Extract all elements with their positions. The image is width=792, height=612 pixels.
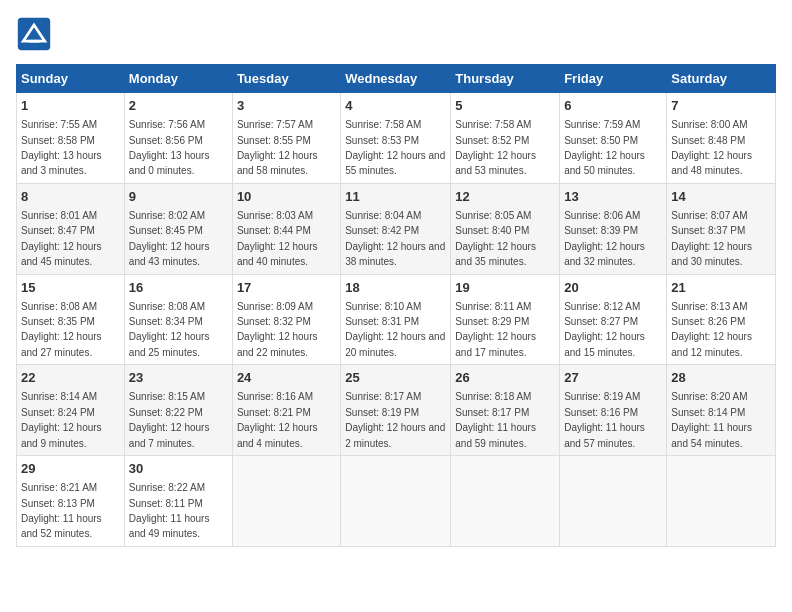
day-info: Sunrise: 8:11 AMSunset: 8:29 PMDaylight:…: [455, 301, 536, 358]
day-number: 20: [564, 279, 662, 297]
day-info: Sunrise: 8:19 AMSunset: 8:16 PMDaylight:…: [564, 391, 645, 448]
calendar-day-cell: 12 Sunrise: 8:05 AMSunset: 8:40 PMDaylig…: [451, 183, 560, 274]
day-number: 3: [237, 97, 336, 115]
day-number: 16: [129, 279, 228, 297]
day-number: 7: [671, 97, 771, 115]
day-info: Sunrise: 8:09 AMSunset: 8:32 PMDaylight:…: [237, 301, 318, 358]
header-friday: Friday: [560, 65, 667, 93]
day-info: Sunrise: 8:21 AMSunset: 8:13 PMDaylight:…: [21, 482, 102, 539]
calendar-day-cell: 8 Sunrise: 8:01 AMSunset: 8:47 PMDayligh…: [17, 183, 125, 274]
calendar-day-cell: 29 Sunrise: 8:21 AMSunset: 8:13 PMDaylig…: [17, 456, 125, 547]
calendar-day-cell: 13 Sunrise: 8:06 AMSunset: 8:39 PMDaylig…: [560, 183, 667, 274]
day-number: 21: [671, 279, 771, 297]
day-info: Sunrise: 8:01 AMSunset: 8:47 PMDaylight:…: [21, 210, 102, 267]
calendar-week-row: 1 Sunrise: 7:55 AMSunset: 8:58 PMDayligh…: [17, 93, 776, 184]
calendar-day-cell: 19 Sunrise: 8:11 AMSunset: 8:29 PMDaylig…: [451, 274, 560, 365]
calendar-day-cell: 11 Sunrise: 8:04 AMSunset: 8:42 PMDaylig…: [341, 183, 451, 274]
logo-icon: [16, 16, 52, 52]
header-tuesday: Tuesday: [232, 65, 340, 93]
day-number: 15: [21, 279, 120, 297]
calendar-day-cell: [560, 456, 667, 547]
calendar-day-cell: 1 Sunrise: 7:55 AMSunset: 8:58 PMDayligh…: [17, 93, 125, 184]
day-info: Sunrise: 8:20 AMSunset: 8:14 PMDaylight:…: [671, 391, 752, 448]
header-thursday: Thursday: [451, 65, 560, 93]
calendar-day-cell: [451, 456, 560, 547]
calendar-week-row: 15 Sunrise: 8:08 AMSunset: 8:35 PMDaylig…: [17, 274, 776, 365]
calendar-day-cell: 30 Sunrise: 8:22 AMSunset: 8:11 PMDaylig…: [124, 456, 232, 547]
day-number: 4: [345, 97, 446, 115]
day-info: Sunrise: 8:06 AMSunset: 8:39 PMDaylight:…: [564, 210, 645, 267]
calendar-day-cell: 15 Sunrise: 8:08 AMSunset: 8:35 PMDaylig…: [17, 274, 125, 365]
day-number: 26: [455, 369, 555, 387]
calendar-day-cell: 3 Sunrise: 7:57 AMSunset: 8:55 PMDayligh…: [232, 93, 340, 184]
calendar-day-cell: 22 Sunrise: 8:14 AMSunset: 8:24 PMDaylig…: [17, 365, 125, 456]
header-saturday: Saturday: [667, 65, 776, 93]
calendar-day-cell: 7 Sunrise: 8:00 AMSunset: 8:48 PMDayligh…: [667, 93, 776, 184]
day-info: Sunrise: 8:22 AMSunset: 8:11 PMDaylight:…: [129, 482, 210, 539]
day-number: 24: [237, 369, 336, 387]
calendar-day-cell: 2 Sunrise: 7:56 AMSunset: 8:56 PMDayligh…: [124, 93, 232, 184]
day-info: Sunrise: 8:07 AMSunset: 8:37 PMDaylight:…: [671, 210, 752, 267]
calendar-day-cell: 5 Sunrise: 7:58 AMSunset: 8:52 PMDayligh…: [451, 93, 560, 184]
calendar-week-row: 29 Sunrise: 8:21 AMSunset: 8:13 PMDaylig…: [17, 456, 776, 547]
day-info: Sunrise: 7:58 AMSunset: 8:53 PMDaylight:…: [345, 119, 445, 176]
day-number: 13: [564, 188, 662, 206]
day-number: 2: [129, 97, 228, 115]
calendar-table: Sunday Monday Tuesday Wednesday Thursday…: [16, 64, 776, 547]
day-number: 22: [21, 369, 120, 387]
calendar-day-cell: [667, 456, 776, 547]
day-info: Sunrise: 8:12 AMSunset: 8:27 PMDaylight:…: [564, 301, 645, 358]
day-number: 5: [455, 97, 555, 115]
day-number: 9: [129, 188, 228, 206]
day-number: 10: [237, 188, 336, 206]
day-number: 29: [21, 460, 120, 478]
header-wednesday: Wednesday: [341, 65, 451, 93]
day-info: Sunrise: 7:59 AMSunset: 8:50 PMDaylight:…: [564, 119, 645, 176]
day-info: Sunrise: 8:10 AMSunset: 8:31 PMDaylight:…: [345, 301, 445, 358]
day-number: 27: [564, 369, 662, 387]
day-number: 19: [455, 279, 555, 297]
day-info: Sunrise: 8:05 AMSunset: 8:40 PMDaylight:…: [455, 210, 536, 267]
day-info: Sunrise: 8:08 AMSunset: 8:35 PMDaylight:…: [21, 301, 102, 358]
day-info: Sunrise: 8:17 AMSunset: 8:19 PMDaylight:…: [345, 391, 445, 448]
calendar-week-row: 22 Sunrise: 8:14 AMSunset: 8:24 PMDaylig…: [17, 365, 776, 456]
day-number: 25: [345, 369, 446, 387]
day-number: 18: [345, 279, 446, 297]
day-info: Sunrise: 8:00 AMSunset: 8:48 PMDaylight:…: [671, 119, 752, 176]
day-info: Sunrise: 8:15 AMSunset: 8:22 PMDaylight:…: [129, 391, 210, 448]
day-number: 12: [455, 188, 555, 206]
calendar-day-cell: 10 Sunrise: 8:03 AMSunset: 8:44 PMDaylig…: [232, 183, 340, 274]
calendar-day-cell: 9 Sunrise: 8:02 AMSunset: 8:45 PMDayligh…: [124, 183, 232, 274]
calendar-day-cell: 24 Sunrise: 8:16 AMSunset: 8:21 PMDaylig…: [232, 365, 340, 456]
day-info: Sunrise: 8:13 AMSunset: 8:26 PMDaylight:…: [671, 301, 752, 358]
calendar-week-row: 8 Sunrise: 8:01 AMSunset: 8:47 PMDayligh…: [17, 183, 776, 274]
calendar-day-cell: 20 Sunrise: 8:12 AMSunset: 8:27 PMDaylig…: [560, 274, 667, 365]
calendar-day-cell: 23 Sunrise: 8:15 AMSunset: 8:22 PMDaylig…: [124, 365, 232, 456]
day-info: Sunrise: 7:55 AMSunset: 8:58 PMDaylight:…: [21, 119, 102, 176]
day-number: 17: [237, 279, 336, 297]
day-info: Sunrise: 8:14 AMSunset: 8:24 PMDaylight:…: [21, 391, 102, 448]
day-number: 8: [21, 188, 120, 206]
day-info: Sunrise: 7:58 AMSunset: 8:52 PMDaylight:…: [455, 119, 536, 176]
calendar-day-cell: 16 Sunrise: 8:08 AMSunset: 8:34 PMDaylig…: [124, 274, 232, 365]
calendar-day-cell: 27 Sunrise: 8:19 AMSunset: 8:16 PMDaylig…: [560, 365, 667, 456]
calendar-day-cell: 4 Sunrise: 7:58 AMSunset: 8:53 PMDayligh…: [341, 93, 451, 184]
calendar-day-cell: 6 Sunrise: 7:59 AMSunset: 8:50 PMDayligh…: [560, 93, 667, 184]
day-info: Sunrise: 8:08 AMSunset: 8:34 PMDaylight:…: [129, 301, 210, 358]
day-info: Sunrise: 8:16 AMSunset: 8:21 PMDaylight:…: [237, 391, 318, 448]
day-number: 14: [671, 188, 771, 206]
day-info: Sunrise: 7:57 AMSunset: 8:55 PMDaylight:…: [237, 119, 318, 176]
calendar-day-cell: 14 Sunrise: 8:07 AMSunset: 8:37 PMDaylig…: [667, 183, 776, 274]
day-info: Sunrise: 8:02 AMSunset: 8:45 PMDaylight:…: [129, 210, 210, 267]
calendar-day-cell: [341, 456, 451, 547]
day-info: Sunrise: 8:18 AMSunset: 8:17 PMDaylight:…: [455, 391, 536, 448]
logo: [16, 16, 54, 52]
calendar-day-cell: 28 Sunrise: 8:20 AMSunset: 8:14 PMDaylig…: [667, 365, 776, 456]
calendar-header-row: Sunday Monday Tuesday Wednesday Thursday…: [17, 65, 776, 93]
day-number: 1: [21, 97, 120, 115]
calendar-day-cell: 25 Sunrise: 8:17 AMSunset: 8:19 PMDaylig…: [341, 365, 451, 456]
calendar-day-cell: 21 Sunrise: 8:13 AMSunset: 8:26 PMDaylig…: [667, 274, 776, 365]
calendar-day-cell: 18 Sunrise: 8:10 AMSunset: 8:31 PMDaylig…: [341, 274, 451, 365]
page-header: [16, 16, 776, 52]
day-info: Sunrise: 8:03 AMSunset: 8:44 PMDaylight:…: [237, 210, 318, 267]
